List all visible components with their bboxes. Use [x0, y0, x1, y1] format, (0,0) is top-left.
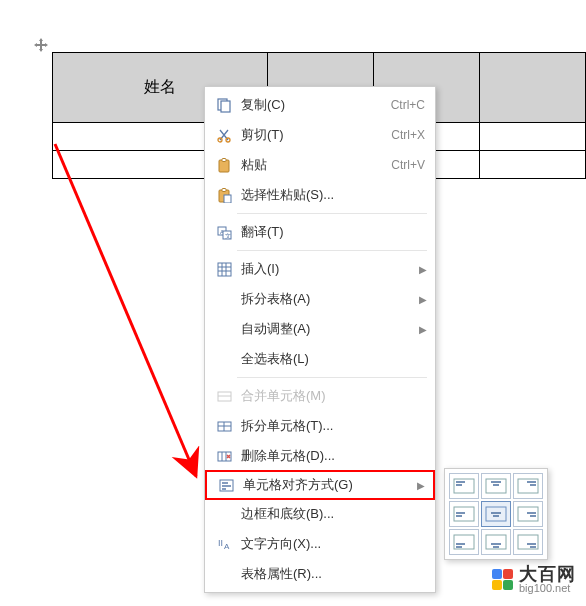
copy-icon: [213, 95, 235, 115]
align-top-right[interactable]: [513, 473, 543, 499]
menu-label: 粘贴: [241, 156, 381, 174]
align-top-left[interactable]: [449, 473, 479, 499]
split-cells-icon: [213, 416, 235, 436]
menu-translate[interactable]: A文 翻译(T): [205, 217, 435, 247]
context-menu: 复制(C) Ctrl+C 剪切(T) Ctrl+X 粘贴 Ctrl+V 选择性粘…: [204, 86, 436, 593]
menu-autofit[interactable]: 自动调整(A) ▶: [205, 314, 435, 344]
menu-label: 翻译(T): [241, 223, 425, 241]
menu-label: 复制(C): [241, 96, 381, 114]
submenu-arrow-icon: ▶: [417, 480, 423, 491]
table-move-handle[interactable]: [32, 36, 50, 54]
svg-rect-8: [222, 188, 226, 191]
header-cell-4[interactable]: [479, 53, 585, 123]
menu-merge-cells: 合并单元格(M): [205, 381, 435, 411]
translate-icon: A文: [213, 222, 235, 242]
submenu-arrow-icon: ▶: [419, 324, 425, 335]
svg-rect-9: [224, 195, 231, 203]
menu-label: 选择性粘贴(S)...: [241, 186, 425, 204]
cut-icon: [213, 125, 235, 145]
menu-label: 单元格对齐方式(G): [243, 476, 417, 494]
menu-paste[interactable]: 粘贴 Ctrl+V: [205, 150, 435, 180]
blank-icon: [213, 504, 235, 524]
svg-text:II: II: [218, 538, 223, 548]
paste-special-icon: [213, 185, 235, 205]
menu-label: 边框和底纹(B)...: [241, 505, 425, 523]
menu-label: 自动调整(A): [241, 320, 419, 338]
menu-split-table[interactable]: 拆分表格(A) ▶: [205, 284, 435, 314]
menu-separator: [237, 250, 427, 251]
menu-separator: [237, 377, 427, 378]
svg-rect-14: [218, 263, 231, 276]
blank-icon: [213, 564, 235, 584]
menu-cell-alignment[interactable]: 单元格对齐方式(G) ▶: [205, 470, 435, 500]
svg-text:文: 文: [225, 231, 231, 238]
table-cell[interactable]: [479, 151, 585, 179]
align-middle-right[interactable]: [513, 501, 543, 527]
svg-rect-45: [486, 507, 506, 521]
submenu-arrow-icon: ▶: [419, 294, 425, 305]
menu-shortcut: Ctrl+C: [391, 98, 425, 112]
blank-icon: [213, 319, 235, 339]
submenu-arrow-icon: ▶: [419, 264, 425, 275]
align-middle-center[interactable]: [481, 501, 511, 527]
menu-delete-cells[interactable]: 删除单元格(D)...: [205, 441, 435, 471]
paste-icon: [213, 155, 235, 175]
blank-icon: [213, 349, 235, 369]
menu-label: 合并单元格(M): [241, 387, 425, 405]
svg-rect-36: [486, 479, 506, 493]
menu-paste-special[interactable]: 选择性粘贴(S)...: [205, 180, 435, 210]
menu-label: 插入(I): [241, 260, 419, 278]
delete-cells-icon: [213, 446, 235, 466]
svg-rect-6: [222, 158, 226, 161]
menu-label: 表格属性(R)...: [241, 565, 425, 583]
watermark-domain: big100.net: [519, 583, 570, 594]
watermark-logo: [492, 569, 513, 590]
svg-rect-39: [518, 479, 538, 493]
watermark-name: 大百网: [519, 565, 576, 583]
menu-label: 文字方向(X)...: [241, 535, 425, 553]
svg-text:A: A: [224, 542, 230, 551]
alignment-submenu: [444, 468, 548, 560]
align-top-center[interactable]: [481, 473, 511, 499]
menu-copy[interactable]: 复制(C) Ctrl+C: [205, 90, 435, 120]
svg-line-0: [55, 144, 196, 476]
menu-label: 拆分表格(A): [241, 290, 419, 308]
align-bottom-right[interactable]: [513, 529, 543, 555]
align-middle-left[interactable]: [449, 501, 479, 527]
cell-align-icon: [215, 475, 237, 495]
svg-rect-42: [454, 507, 474, 521]
menu-shortcut: Ctrl+V: [391, 158, 425, 172]
table-cell[interactable]: [479, 123, 585, 151]
menu-insert[interactable]: 插入(I) ▶: [205, 254, 435, 284]
svg-rect-48: [518, 507, 538, 521]
menu-split-cells[interactable]: 拆分单元格(T)...: [205, 411, 435, 441]
menu-label: 剪切(T): [241, 126, 381, 144]
svg-rect-2: [221, 101, 230, 112]
menu-label: 删除单元格(D)...: [241, 447, 425, 465]
menu-shortcut: Ctrl+X: [391, 128, 425, 142]
menu-separator: [237, 213, 427, 214]
text-direction-icon: IIA: [213, 534, 235, 554]
menu-text-direction[interactable]: IIA 文字方向(X)...: [205, 529, 435, 559]
watermark: 大百网 big100.net: [492, 565, 576, 594]
merge-cells-icon: [213, 386, 235, 406]
menu-cut[interactable]: 剪切(T) Ctrl+X: [205, 120, 435, 150]
menu-select-all-table[interactable]: 全选表格(L): [205, 344, 435, 374]
align-bottom-left[interactable]: [449, 529, 479, 555]
menu-label: 全选表格(L): [241, 350, 425, 368]
menu-borders-shading[interactable]: 边框和底纹(B)...: [205, 499, 435, 529]
menu-label: 拆分单元格(T)...: [241, 417, 425, 435]
blank-icon: [213, 289, 235, 309]
svg-rect-33: [454, 479, 474, 493]
menu-table-properties[interactable]: 表格属性(R)...: [205, 559, 435, 589]
align-bottom-center[interactable]: [481, 529, 511, 555]
insert-table-icon: [213, 259, 235, 279]
